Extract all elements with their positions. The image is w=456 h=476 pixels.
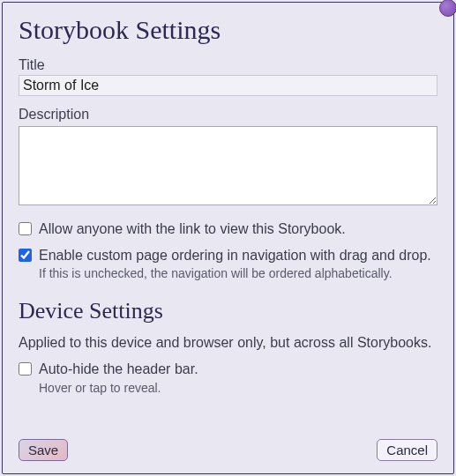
allow-link-label: Allow anyone with the link to view this … [39, 219, 346, 239]
cancel-button[interactable]: Cancel [377, 439, 437, 461]
allow-link-checkbox[interactable] [19, 222, 32, 235]
description-textarea[interactable] [19, 126, 437, 205]
autohide-hint: Hover or tap to reveal. [39, 381, 437, 395]
allow-link-row: Allow anyone with the link to view this … [19, 219, 437, 239]
button-row: Save Cancel [19, 439, 437, 461]
autohide-row: Auto-hide the header bar. [19, 360, 437, 379]
save-button[interactable]: Save [19, 439, 68, 461]
description-field-group: Description [19, 107, 437, 209]
custom-order-row: Enable custom page ordering in navigatio… [19, 246, 437, 265]
custom-order-hint: If this is unchecked, the navigation wil… [39, 266, 437, 280]
custom-order-label: Enable custom page ordering in navigatio… [39, 246, 431, 265]
close-icon[interactable] [439, 0, 456, 17]
title-input[interactable] [19, 75, 437, 96]
title-label: Title [19, 57, 437, 73]
storybook-settings-heading: Storybook Settings [19, 15, 437, 45]
description-label: Description [19, 107, 437, 123]
autohide-checkbox[interactable] [19, 362, 32, 376]
autohide-label: Auto-hide the header bar. [39, 360, 198, 379]
settings-panel: Storybook Settings Title Description All… [2, 2, 454, 474]
device-settings-heading: Device Settings [19, 298, 437, 324]
title-field-group: Title [19, 57, 437, 96]
device-settings-subtext: Applied to this device and browser only,… [19, 335, 437, 351]
custom-order-checkbox[interactable] [19, 249, 32, 262]
